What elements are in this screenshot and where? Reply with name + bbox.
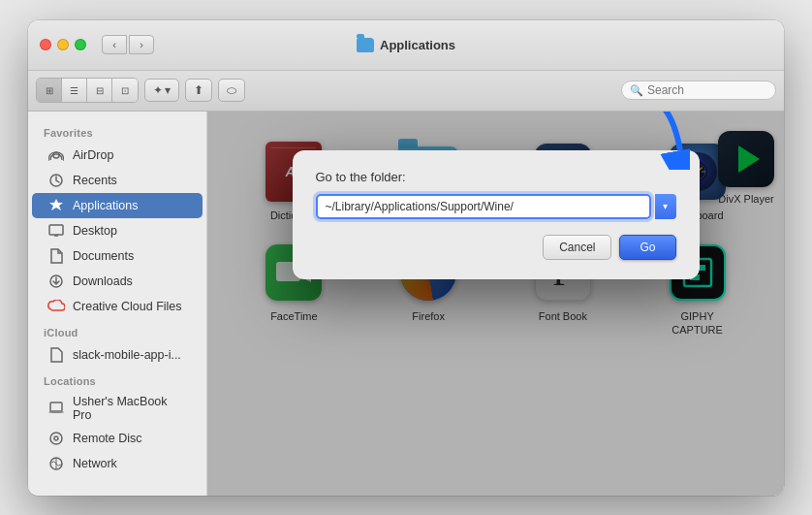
cancel-button[interactable]: Cancel: [543, 235, 611, 260]
sidebar: Favorites AirDrop: [28, 112, 207, 496]
tag-icon: ⬭: [227, 83, 236, 97]
file-icon: [47, 346, 65, 364]
search-box[interactable]: 🔍: [621, 80, 776, 100]
creative-cloud-icon: [47, 298, 65, 315]
back-button[interactable]: ‹: [102, 35, 127, 54]
modal-buttons: Cancel Go: [316, 235, 676, 260]
sidebar-item-slack-label: slack-mobile-app-i...: [73, 348, 181, 362]
arrange-chevron: ▾: [165, 83, 171, 97]
modal-input-row: ▾: [316, 194, 676, 219]
sidebar-item-applications-label: Applications: [73, 199, 138, 212]
close-button[interactable]: [40, 39, 51, 50]
network-icon: [47, 455, 65, 472]
svg-rect-4: [50, 402, 62, 411]
arrange-icon: ✦: [153, 83, 163, 97]
svg-rect-2: [49, 225, 63, 235]
sidebar-item-applications[interactable]: Applications: [32, 193, 203, 218]
folder-icon: [357, 38, 374, 52]
minimize-button[interactable]: [57, 39, 69, 50]
traffic-lights: [40, 39, 86, 50]
sidebar-item-remote-disc-label: Remote Disc: [73, 432, 142, 445]
forward-button[interactable]: ›: [129, 35, 154, 54]
tag-button[interactable]: ⬭: [218, 79, 245, 102]
sidebar-item-creative-cloud[interactable]: Creative Cloud Files: [32, 294, 203, 319]
sidebar-item-recents-label: Recents: [73, 174, 117, 187]
modal-title: Go to the folder:: [316, 170, 676, 184]
disc-icon: [47, 430, 65, 447]
svg-point-5: [50, 433, 62, 444]
view-controls: ⊞ ☰ ⊟ ⊡: [36, 78, 139, 103]
sidebar-item-network-label: Network: [73, 457, 117, 470]
sidebar-item-documents[interactable]: Documents: [32, 243, 203, 269]
sidebar-item-slack[interactable]: slack-mobile-app-i...: [32, 342, 203, 368]
svg-point-6: [54, 436, 58, 440]
sidebar-item-creative-cloud-label: Creative Cloud Files: [73, 300, 182, 313]
arrange-button[interactable]: ✦ ▾: [144, 79, 179, 102]
main-content: Favorites AirDrop: [28, 112, 784, 496]
sidebar-item-macbook-label: Usher's MacBook Pro: [73, 395, 187, 422]
folder-dropdown-button[interactable]: ▾: [655, 194, 676, 219]
list-view-button[interactable]: ☰: [62, 79, 87, 102]
sidebar-item-desktop-label: Desktop: [73, 224, 117, 238]
goto-folder-modal: Go to the folder: ▾: [293, 150, 700, 279]
icon-view-button[interactable]: ⊞: [37, 79, 62, 102]
sidebar-item-downloads-label: Downloads: [73, 274, 133, 288]
sidebar-item-recents[interactable]: Recents: [32, 168, 203, 193]
laptop-icon: [47, 400, 65, 417]
locations-section-title: Locations: [28, 368, 206, 391]
maximize-button[interactable]: [75, 39, 86, 50]
sidebar-item-macbook[interactable]: Usher's MacBook Pro: [32, 391, 203, 426]
gallery-view-button[interactable]: ⊡: [112, 79, 138, 102]
documents-icon: [47, 247, 65, 265]
go-arrow: [612, 112, 690, 170]
sidebar-item-airdrop-label: AirDrop: [73, 148, 113, 162]
modal-overlay: Go to the folder: ▾: [207, 112, 784, 496]
sidebar-item-documents-label: Documents: [73, 249, 134, 263]
sidebar-item-downloads[interactable]: Downloads: [32, 269, 203, 294]
airdrop-icon: [47, 146, 65, 164]
sidebar-item-desktop[interactable]: Desktop: [32, 218, 203, 243]
sidebar-item-airdrop[interactable]: AirDrop: [32, 143, 203, 168]
titlebar: ‹ › Applications: [28, 20, 784, 71]
desktop-icon: [47, 222, 65, 240]
recents-icon: [47, 172, 65, 189]
sidebar-item-remote-disc[interactable]: Remote Disc: [32, 426, 203, 451]
sidebar-item-network[interactable]: Network: [32, 451, 203, 476]
nav-buttons: ‹ ›: [102, 35, 154, 54]
window-title: Applications: [380, 38, 455, 52]
finder-window: ‹ › Applications ⊞ ☰ ⊟ ⊡ ✦ ▾ ⬆ ⬭ 🔍: [28, 20, 784, 496]
icloud-section-title: iCloud: [28, 319, 206, 342]
column-view-button[interactable]: ⊟: [87, 79, 112, 102]
search-icon: 🔍: [630, 84, 643, 97]
toolbar: ⊞ ☰ ⊟ ⊡ ✦ ▾ ⬆ ⬭ 🔍: [28, 71, 784, 112]
downloads-icon: [47, 273, 65, 290]
share-icon: ⬆: [194, 83, 203, 97]
share-button[interactable]: ⬆: [185, 79, 212, 102]
search-input[interactable]: [647, 83, 764, 97]
file-browser: Aa Dictionary DivX: [207, 112, 784, 496]
folder-path-input[interactable]: [316, 194, 651, 219]
go-button[interactable]: Go: [619, 235, 675, 260]
favorites-section-title: Favorites: [28, 119, 206, 143]
window-title-area: Applications: [357, 38, 455, 52]
applications-icon: [47, 197, 65, 214]
